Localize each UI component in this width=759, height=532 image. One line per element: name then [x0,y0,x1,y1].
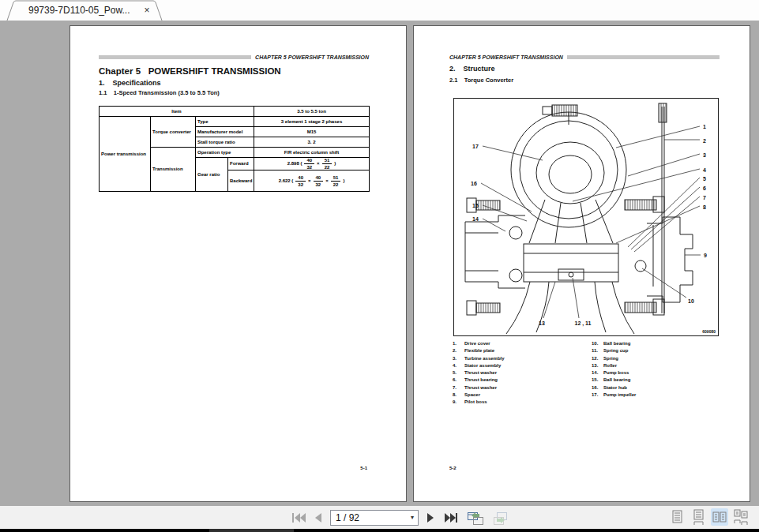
running-header-text: CHAPTER 5 POWERSHIFT TRANSMISSION [255,54,369,60]
part-list-item: 2.Flexible plate [453,348,505,355]
window-bottom-edge [0,529,759,532]
single-page-view-icon[interactable] [668,508,686,526]
running-header-bar [99,55,251,59]
page-left: CHAPTER 5 POWERSHIFT TRANSMISSION Chapte… [70,25,407,502]
spec-gear-ratio-forward: 2.898 (4032×5122) [254,158,370,170]
part-number: 2. [453,348,464,355]
next-view-icon[interactable] [491,510,510,526]
formula-text: 51 [322,158,333,164]
spec-row-name: Forward [228,158,254,170]
part-label: Stator hub [603,385,627,392]
diagram-callout: 17 [472,144,479,149]
part-label: Pilot boss [464,399,487,406]
gear-ratio-forward-formula: 2.898 (4032×5122) [256,158,367,170]
part-number: 17. [592,392,603,399]
formula-text: 40 [304,158,314,164]
spec-row-name: Stall torque ratio [196,137,254,148]
part-list-item: 8.Spacer [453,392,505,399]
status-bar: ▾ [0,506,759,529]
page-number-input[interactable] [331,512,404,523]
previous-view-icon[interactable] [466,510,485,526]
torque-converter-drawing [454,99,718,335]
subsection-heading: 2.1 Torque Converter [449,77,513,84]
formula-text: ) [334,161,336,167]
continuous-view-icon[interactable] [689,508,707,526]
part-list-item: 7.Thrust washer [453,385,505,392]
tab-bar: 99739-7D110-05_Pow... × [0,0,759,21]
running-header-bar [567,55,720,59]
formula-text: 32 [298,182,303,187]
spec-gear-ratio-backward: 2.622 (4032×4032×5122) [254,170,370,192]
fraction: 5122 [322,158,333,170]
part-list-item: 15.Ball bearing [592,377,636,384]
part-list-item: 13.Roller [592,363,636,370]
subsection-heading: 1.1 1-Speed Transmission (3.5 to 5.5 Ton… [99,89,220,96]
part-list-item: 16.Stator hub [592,385,636,392]
spec-row-name: Type [196,117,254,127]
part-label: Pump impeller [603,392,636,399]
diagram-callout: 8 [703,204,706,210]
part-number: 1. [453,341,464,348]
part-number: 3. [453,356,464,363]
formula-text: 40 [295,175,306,182]
chapter-title: Chapter 5 POWERSHIFT TRANSMISSION [99,66,281,76]
part-label: Pump boss [603,370,629,377]
formula-text: 51 [331,175,341,182]
spec-row-name: Operation type [196,148,254,158]
part-number: 10. [592,341,603,348]
running-header-text: CHAPTER 5 POWERSHIFT TRANSMISSION [449,54,563,60]
part-number: 11. [592,348,603,355]
formula-text: 32 [306,164,312,170]
diagram-callout: 10 [688,298,694,304]
part-label: Thrust washer [464,385,497,392]
diagram-callout: 14 [472,216,479,222]
part-number: 16. [592,385,603,392]
next-page-icon[interactable] [425,511,436,524]
first-page-icon[interactable] [291,511,306,524]
diagram-callout: 13 [539,320,545,326]
spec-gear-ratio-label: Gear ratio [196,158,228,192]
part-label: Thrust washer [464,370,497,377]
page-number-right: 5-2 [449,466,457,470]
part-list-item: 17.Pump impeller [592,392,636,399]
spec-row-value: 3. 2 [254,137,370,148]
part-list-item: 9.Pilot boss [453,399,505,406]
running-header-left: CHAPTER 5 POWERSHIFT TRANSMISSION [99,54,369,60]
part-label: Roller [603,363,617,370]
part-number: 12. [592,356,603,363]
part-list-item: 3.Turbine assembly [453,356,505,363]
torque-converter-figure: 609080 123456789101312 , 1114151617 [453,98,719,336]
fraction: 4032 [304,158,314,170]
spec-header-value: 3.5 to 5.5 ton [254,107,370,117]
parts-list-left: 1.Drive cover2.Flexible plate3.Turbine a… [453,341,505,407]
combo-dropdown-icon[interactable]: ▾ [411,514,418,521]
part-list-item: 14.Pump boss [592,370,636,377]
part-label: Spring cup [603,348,628,355]
tab-close-icon[interactable]: × [141,4,153,17]
continuous-facing-view-icon[interactable] [732,508,750,526]
spec-torque-converter-label: Torque converter [151,117,196,148]
running-header-right: CHAPTER 5 POWERSHIFT TRANSMISSION [449,54,720,60]
part-number: 4. [453,363,464,370]
figure-code: 609080 [702,329,716,334]
facing-view-icon[interactable] [711,508,728,526]
page-number-combo: ▾ [330,510,419,526]
page-navigation: ▾ [291,506,510,529]
part-number: 14. [592,370,603,377]
formula-text: 40 [314,175,324,182]
previous-page-icon[interactable] [313,511,324,524]
last-page-icon[interactable] [442,511,460,524]
part-number: 6. [453,377,464,384]
diagram-callout: 1 [703,124,706,129]
formula-text: × [308,178,311,184]
part-list-item: 12.Spring [592,356,636,363]
part-label: Drive cover [464,341,490,348]
tab-document-title[interactable]: 99739-7D110-05_Pow... [28,5,130,16]
diagram-callout: 9 [704,253,707,258]
part-list-item: 6.Thrust bearing [453,377,505,384]
parts-list-right: 10.Ball bearing11.Spring cup12.Spring13.… [592,341,636,399]
page-right: CHAPTER 5 POWERSHIFT TRANSMISSION 2. Str… [413,25,750,502]
diagram-callout: 4 [703,167,706,173]
fraction: 4032 [295,175,306,187]
spec-header-item: Item [100,107,254,117]
